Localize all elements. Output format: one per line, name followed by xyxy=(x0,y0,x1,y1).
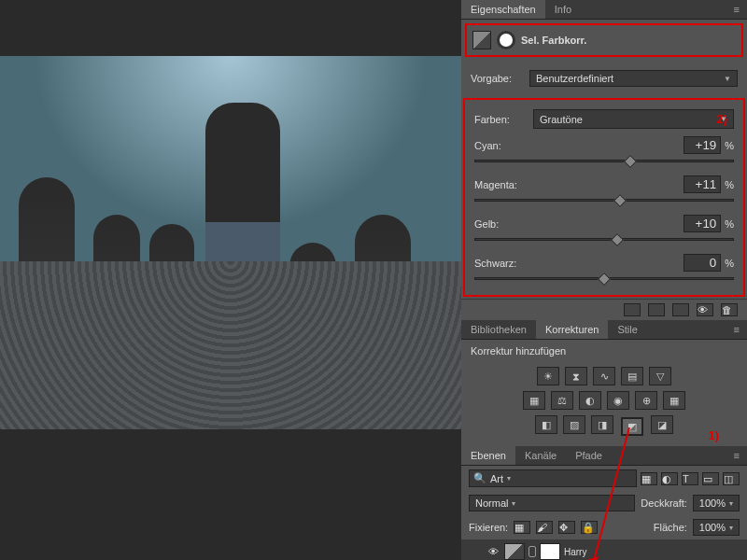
tab-stile[interactable]: Stile xyxy=(608,320,646,339)
opacity-dropdown[interactable]: 100%▾ xyxy=(693,495,740,511)
adj-curves-icon[interactable]: ∿ xyxy=(593,367,615,385)
opacity-label: Deckkraft: xyxy=(641,497,687,509)
fx-visibility-icon[interactable]: 👁 xyxy=(486,546,500,557)
tab-korrekturen[interactable]: Korrekturen xyxy=(536,320,608,339)
slider-magenta: Magenta: % xyxy=(474,172,734,211)
adj-bw-icon[interactable]: ◐ xyxy=(579,391,601,410)
layer-list: 👁 Harry 👁 👁 Selektive Farbkorrektur 1 xyxy=(461,539,747,560)
fill-label: Fläche: xyxy=(654,522,687,533)
annotation-1: 1) xyxy=(708,428,719,442)
panel-menu-icon[interactable]: ≡ xyxy=(726,446,747,465)
layer-thumb-icon xyxy=(504,543,525,560)
adj-brightness-icon[interactable]: ☀ xyxy=(537,367,559,385)
adj-lut-icon[interactable]: ▦ xyxy=(663,391,685,410)
filter-adjustment-icon[interactable]: ◐ xyxy=(661,472,678,485)
blend-mode-dropdown[interactable]: Normal▾ xyxy=(469,495,635,511)
adj-exposure-icon[interactable]: ▤ xyxy=(621,367,643,385)
mask-icon xyxy=(497,31,515,49)
canvas-area xyxy=(0,0,461,560)
adjustments-grid: ☀ ⧗ ∿ ▤ ▽ ▦ ⚖ ◐ ◉ ⊕ ▦ ◧ ▨ ◨ ◩ ◪ 1) xyxy=(461,358,747,446)
fill-dropdown[interactable]: 100%▾ xyxy=(693,519,740,536)
adj-hue-icon[interactable]: ▦ xyxy=(523,391,545,410)
panel-menu-icon[interactable]: ≡ xyxy=(726,0,747,19)
adj-levels-icon[interactable]: ⧗ xyxy=(565,367,587,385)
preset-dropdown[interactable]: Benutzerdefiniert▼ xyxy=(529,70,738,87)
selective-color-icon xyxy=(472,31,491,49)
properties-tabs: Eigenschaften Info ≡ xyxy=(461,0,747,20)
adj-vibrance-icon[interactable]: ▽ xyxy=(649,367,671,385)
gelb-slider[interactable] xyxy=(474,238,734,241)
tab-pfade[interactable]: Pfade xyxy=(566,446,612,465)
right-panels: Eigenschaften Info ≡ Sel. Farbkorr. Vorg… xyxy=(461,0,747,560)
clip-icon[interactable] xyxy=(624,303,641,316)
slider-schwarz: Schwarz: % xyxy=(474,250,734,289)
reset-icon[interactable] xyxy=(672,303,689,316)
cyan-slider[interactable] xyxy=(474,160,734,162)
layers-tabs: Ebenen Kanäle Pfade ≡ xyxy=(461,446,747,466)
schwarz-value[interactable] xyxy=(684,254,721,272)
properties-footer: 👁 🗑 xyxy=(461,299,747,320)
adj-invert-icon[interactable]: ◧ xyxy=(535,415,557,434)
adjustments-tabs: Bibliotheken Korrekturen Stile ≡ xyxy=(461,320,747,340)
layer-name-label[interactable]: Harry xyxy=(564,547,741,557)
view-previous-icon[interactable] xyxy=(648,303,665,316)
adj-gradientmap-icon[interactable]: ◪ xyxy=(651,415,673,434)
cyan-value[interactable] xyxy=(684,136,721,154)
adj-selective-color-icon[interactable]: ◩ xyxy=(621,417,643,436)
visibility-icon[interactable]: 👁 xyxy=(697,303,713,316)
lock-transparency-icon[interactable]: ▦ xyxy=(514,521,530,534)
schwarz-slider[interactable] xyxy=(474,277,734,280)
filter-smart-icon[interactable]: ◫ xyxy=(723,472,740,485)
adj-channelmixer-icon[interactable]: ⊕ xyxy=(635,391,657,410)
filter-pixel-icon[interactable]: ▦ xyxy=(641,472,657,485)
lock-pixels-icon[interactable]: 🖌 xyxy=(536,521,553,534)
filter-shape-icon[interactable]: ▭ xyxy=(702,472,719,485)
mask-thumb-icon xyxy=(540,543,560,560)
schwarz-label: Schwarz: xyxy=(474,258,516,269)
magenta-slider[interactable] xyxy=(474,199,734,202)
colors-label: Farben: xyxy=(474,114,526,125)
preset-label: Vorgabe: xyxy=(471,73,522,84)
magenta-value[interactable] xyxy=(684,175,721,193)
panel-menu-icon[interactable]: ≡ xyxy=(726,320,747,339)
adjustment-title: Sel. Farbkorr. xyxy=(521,35,586,46)
add-adjustment-label: Korrektur hinzufügen xyxy=(471,345,566,357)
lock-all-icon[interactable]: 🔒 xyxy=(581,521,598,534)
trash-icon[interactable]: 🗑 xyxy=(721,303,738,316)
cyan-label: Cyan: xyxy=(474,140,501,151)
adj-balance-icon[interactable]: ⚖ xyxy=(551,391,573,410)
slider-cyan: Cyan: % xyxy=(474,133,734,172)
filter-type-icon[interactable]: T xyxy=(682,472,698,485)
gelb-value[interactable] xyxy=(684,215,721,232)
layer-harry[interactable]: 👁 Harry xyxy=(461,539,747,560)
tab-eigenschaften[interactable]: Eigenschaften xyxy=(461,0,545,19)
lock-label: Fixieren: xyxy=(469,522,508,533)
gelb-label: Gelb: xyxy=(474,218,499,230)
lock-position-icon[interactable]: ✥ xyxy=(558,521,575,534)
tab-kanaele[interactable]: Kanäle xyxy=(515,446,566,465)
document-canvas[interactable] xyxy=(0,56,461,429)
tab-info[interactable]: Info xyxy=(545,0,581,19)
adjustment-header: Sel. Farbkorr. xyxy=(467,25,741,55)
adj-posterize-icon[interactable]: ▨ xyxy=(563,415,585,434)
link-icon xyxy=(529,546,536,557)
tab-ebenen[interactable]: Ebenen xyxy=(461,446,515,465)
adj-photofilter-icon[interactable]: ◉ xyxy=(607,391,629,410)
slider-gelb: Gelb: % xyxy=(474,211,734,250)
layer-filter-dropdown[interactable]: 🔍Art▾ xyxy=(469,469,637,487)
tab-bibliotheken[interactable]: Bibliotheken xyxy=(461,320,536,339)
magenta-label: Magenta: xyxy=(474,179,517,190)
adj-threshold-icon[interactable]: ◨ xyxy=(591,415,613,434)
colors-dropdown[interactable]: Grautöne 2) ▼ xyxy=(533,109,734,129)
